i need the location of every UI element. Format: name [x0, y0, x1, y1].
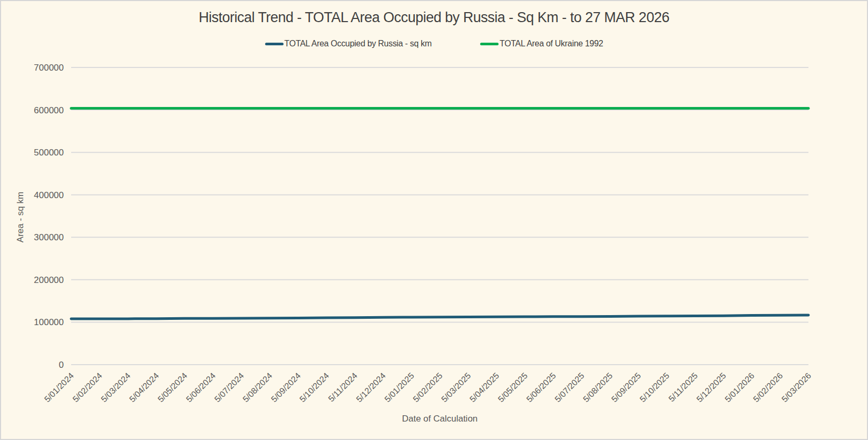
chart-frame: Historical Trend - TOTAL Area Occupied b… — [0, 0, 868, 440]
x-tick-label: 5/05/2025 — [496, 371, 529, 404]
x-tick-label: 5/02/2025 — [411, 371, 444, 404]
x-axis-title: Date of Calculation — [71, 414, 808, 424]
x-tick-label: 5/07/2024 — [213, 371, 246, 404]
x-tick-label: 5/09/2025 — [610, 371, 642, 404]
x-tick-label: 5/12/2024 — [355, 371, 387, 404]
x-tick-label: 5/05/2024 — [156, 371, 189, 404]
x-tick-label: 5/03/2024 — [99, 371, 132, 404]
x-tick-label: 5/10/2025 — [638, 371, 671, 404]
x-tick-label: 5/08/2024 — [241, 371, 274, 404]
plot-area: 0100000200000300000400000500000600000700… — [1, 1, 868, 440]
x-tick-label: 5/11/2025 — [667, 371, 699, 404]
x-tick-label: 5/03/2026 — [780, 371, 813, 404]
x-tick-label: 5/06/2024 — [184, 371, 217, 404]
x-tick-label: 5/02/2024 — [71, 371, 104, 404]
y-tick-label: 700000 — [34, 63, 64, 73]
x-tick-label: 5/09/2024 — [269, 371, 302, 404]
x-tick-label: 5/01/2026 — [723, 371, 756, 404]
x-tick-label: 5/01/2025 — [383, 371, 415, 404]
x-tick-label: 5/10/2024 — [298, 371, 330, 404]
x-tick-label: 5/07/2025 — [553, 371, 586, 404]
y-tick-label: 0 — [59, 360, 64, 370]
y-tick-label: 500000 — [34, 148, 64, 158]
x-tick-label: 5/12/2025 — [695, 371, 727, 404]
x-tick-label: 5/04/2025 — [468, 371, 501, 404]
y-tick-label: 100000 — [34, 317, 64, 327]
y-tick-label: 400000 — [34, 190, 64, 200]
x-tick-label: 5/01/2024 — [43, 371, 75, 404]
y-tick-label: 600000 — [34, 105, 64, 115]
series-line-0 — [71, 315, 808, 319]
x-tick-label: 5/04/2024 — [128, 371, 160, 404]
y-tick-label: 300000 — [34, 232, 64, 242]
x-tick-label: 5/11/2024 — [327, 371, 359, 404]
x-tick-label: 5/03/2025 — [440, 371, 472, 404]
x-tick-label: 5/06/2025 — [524, 371, 557, 404]
x-tick-label: 5/02/2026 — [752, 371, 784, 404]
x-tick-label: 5/08/2025 — [581, 371, 614, 404]
y-tick-label: 200000 — [34, 275, 64, 285]
